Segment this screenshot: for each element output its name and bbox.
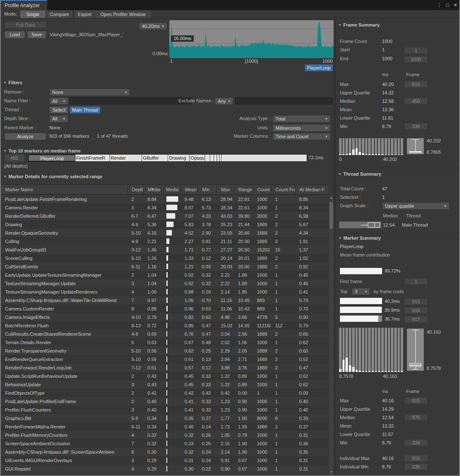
marker-summary-header[interactable]: ▼Marker Summary: [338, 235, 381, 241]
frame-jump-button[interactable]: 339: [404, 439, 428, 446]
column-header-1[interactable]: Depth: [127, 185, 143, 194]
save-button[interactable]: Save: [27, 31, 46, 39]
column-header-2[interactable]: Media▼: [143, 185, 161, 194]
table-vertical-scrollbar[interactable]: ▲ ▼: [328, 195, 334, 475]
scrollbar-thumb[interactable]: [329, 202, 333, 229]
frame-summary-header[interactable]: ▼Frame Summary: [338, 22, 380, 27]
table-row[interactable]: Assembly-CSharp-firstpass.dll!::WaterTil…: [1, 296, 328, 305]
analysis-type-dropdown[interactable]: Total▼: [273, 115, 331, 123]
table-row[interactable]: Camera.Render38.348.975.7328.3422.611000…: [1, 203, 328, 212]
tab-export[interactable]: Export: [75, 11, 94, 18]
table-row[interactable]: WaitForJobGroupID3-121.451.710.7727.2726…: [1, 246, 328, 254]
top10-segment-gbuffer[interactable]: GBuffer: [142, 155, 168, 161]
table-row[interactable]: Terrain.Details.Render50.630.670.482.021…: [1, 338, 328, 347]
table-row[interactable]: Graphics.Blit5-90.340.350.271.771.508000…: [1, 414, 328, 423]
thread-selection-chip[interactable]: Main Thread: [70, 107, 100, 113]
frame-jump-button[interactable]: 339: [404, 463, 428, 470]
top10-segment-opaqu[interactable]: Opaqu: [190, 155, 205, 161]
column-header-9[interactable]: Count Fra: [271, 185, 295, 194]
table-row[interactable]: BehaviourUpdate30.430.450.331.220.891000…: [1, 380, 328, 389]
table-row[interactable]: PostLateUpdate.ProfilerEndFrame20.400.41…: [1, 397, 328, 406]
load-button[interactable]: Load: [4, 31, 25, 39]
tab-compare[interactable]: Compare: [46, 11, 72, 18]
filters-section-header[interactable]: ▼Filters: [3, 80, 22, 85]
frame-timeline-chart[interactable]: [169, 20, 334, 58]
thread-select-button[interactable]: Select: [49, 106, 69, 114]
top10-segment[interactable]: [214, 155, 217, 161]
table-row[interactable]: Update.ScriptRunBehaviourUpdate20.430.45…: [1, 372, 328, 380]
column-header-0[interactable]: Marker Name: [1, 185, 127, 194]
marker-columns-dropdown[interactable]: Time and Count▼: [273, 133, 331, 140]
thread-name-value[interactable]: Main Thread: [402, 222, 428, 227]
frame-jump-button[interactable]: 976: [404, 414, 428, 421]
table-row[interactable]: Assembly-CSharp-firstpass.dll!::ScreenSp…: [1, 448, 328, 456]
top10-segment-render[interactable]: Render: [110, 155, 142, 161]
close-icon[interactable]: ✕: [453, 2, 457, 8]
depth-slice-dropdown[interactable]: All▼: [49, 115, 68, 123]
frame-jump-button[interactable]: 915: [404, 81, 428, 88]
frame-jump-button[interactable]: 450: [404, 98, 428, 104]
table-row[interactable]: GUI.Repaint40.290.300.230.900.67100010.3…: [1, 465, 328, 473]
top10-segment[interactable]: [205, 155, 210, 161]
frame-jump-button[interactable]: 339: [404, 123, 428, 130]
end-frame-button[interactable]: 1000: [404, 56, 428, 63]
remove-dropdown[interactable]: None▼: [49, 88, 130, 96]
exclude-names-input[interactable]: [235, 97, 333, 104]
top10-segment[interactable]: [222, 155, 307, 161]
frame-jump-button[interactable]: 915: [404, 298, 428, 305]
table-row[interactable]: Camera.ImageEffects4-100.790.820.624.483…: [1, 313, 328, 321]
marker-details-section-header[interactable]: ▼Marker Details for currently selected r…: [3, 174, 102, 179]
thread-summary-header[interactable]: ▼Thread Summary: [338, 171, 381, 176]
units-dropdown[interactable]: Milliseconds▼: [273, 124, 331, 132]
table-row[interactable]: Profiler.FlushMemoryCounters40.320.320.2…: [1, 431, 328, 439]
column-header-6[interactable]: Max: [217, 185, 234, 194]
table-row[interactable]: CullSendEvents6-111.161.210.0320.0320.00…: [1, 262, 328, 271]
tab-profile-analyzer[interactable]: Profile Analyzer: [1, 0, 47, 10]
frame-jump-button[interactable]: 918: [404, 307, 428, 314]
column-header-4[interactable]: Mean: [180, 185, 198, 194]
open-profiler-window-button[interactable]: Open Profiler Window: [95, 11, 151, 18]
top10-segment-drawing[interactable]: Drawing: [168, 155, 190, 161]
table-row[interactable]: TextureStreamingManager.UpdateRenderers4…: [1, 288, 328, 296]
top10-segment-playerloop[interactable]: PlayerLoop: [28, 155, 75, 161]
maximize-icon[interactable]: □: [446, 2, 449, 8]
column-header-3[interactable]: Media: [161, 185, 180, 194]
tab-single[interactable]: Single: [20, 11, 45, 18]
table-row[interactable]: ScreenSpaceAmbientOcclusion70.320.330.25…: [1, 439, 328, 448]
top10-segment-finishframer[interactable]: FinishFrameR: [75, 155, 110, 161]
table-row[interactable]: SceneCulling5-101.261.330.1220.1420.0118…: [1, 254, 328, 262]
top-n-dropdown[interactable]: 3▼: [352, 288, 370, 295]
table-row[interactable]: BatchRenderer.Flush8-130.720.850.4715.02…: [1, 321, 328, 330]
pull-data-button[interactable]: Pull Data: [4, 21, 46, 29]
selected-marker-chip[interactable]: PlayerLoop: [305, 64, 333, 71]
column-header-10[interactable]: At Median F: [295, 185, 328, 194]
table-row[interactable]: EndRenderQueueExtraction5-100.550.610.13…: [1, 355, 328, 364]
kebab-menu-icon[interactable]: ⋮: [437, 2, 442, 8]
median-frame-button[interactable]: 450: [4, 154, 24, 162]
table-row[interactable]: Drawing4-95.365.833.7825.2321.44188925.6…: [1, 220, 328, 229]
column-header-5[interactable]: Min: [198, 185, 217, 194]
frame-jump-button[interactable]: 915: [404, 455, 428, 462]
table-row[interactable]: RenderDeferred.GBuffer6-76.477.074.0343.…: [1, 212, 328, 220]
first-frame-button[interactable]: 1: [404, 278, 428, 285]
table-row[interactable]: UIEvents.IMGUIRenderOverlays30.290.310.2…: [1, 456, 328, 465]
top10-section-header[interactable]: ▼Top 10 markers on median frame: [3, 148, 81, 153]
table-row[interactable]: Profiler.FlushCounters30.400.410.331.230…: [1, 406, 328, 414]
top10-segment[interactable]: [210, 155, 214, 161]
column-header-7[interactable]: Range: [234, 185, 253, 194]
start-frame-button[interactable]: 1: [404, 47, 428, 54]
table-row[interactable]: Culling4-92.212.270.8121.1120.30188921.9…: [1, 237, 328, 246]
graph-scale-dropdown[interactable]: Upper quartile▼: [382, 202, 449, 210]
name-filter-input[interactable]: [70, 97, 192, 104]
name-filter-mode-dropdown[interactable]: All▼: [49, 97, 68, 105]
exclude-mode-dropdown[interactable]: Any▼: [215, 97, 233, 105]
column-header-8[interactable]: Count: [253, 185, 271, 194]
table-row[interactable]: PostLateUpdate.FinishFrameRendering28.84…: [1, 195, 328, 203]
table-row[interactable]: FindObjectsOfType20.420.420.420.420.0011…: [1, 389, 328, 397]
table-row[interactable]: TextureStreamingManager.Update31.040.920…: [1, 279, 328, 288]
table-row[interactable]: Render.TransparentGeometry5-100.560.620.…: [1, 347, 328, 355]
frame-jump-button[interactable]: 917: [404, 316, 428, 323]
analyze-button[interactable]: Analyze: [4, 133, 46, 140]
table-row[interactable]: RenderForwardAlpha.Render6-110.340.400.1…: [1, 423, 328, 431]
frame-jump-button[interactable]: 915: [404, 397, 428, 404]
